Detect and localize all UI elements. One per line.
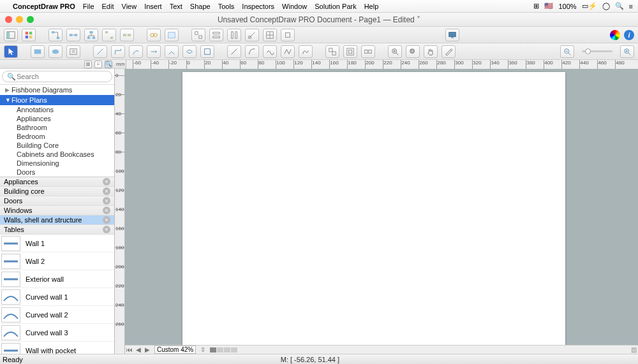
- flowchart-tool-2[interactable]: [66, 29, 80, 41]
- view-list-icon[interactable]: ≡: [94, 61, 102, 68]
- group-tool-1[interactable]: [325, 45, 339, 58]
- pointer-tool[interactable]: [4, 45, 18, 58]
- view-grid-icon[interactable]: ▦: [84, 61, 92, 68]
- polyline-tool[interactable]: [281, 45, 295, 58]
- presentation-button[interactable]: [445, 29, 459, 41]
- flowchart-tool-5[interactable]: [120, 29, 134, 41]
- category-doors[interactable]: Doors×: [0, 196, 114, 206]
- category-building-core[interactable]: Building core×: [0, 187, 114, 196]
- menu-inspectors[interactable]: Inspectors: [242, 3, 274, 10]
- sidebar-item-fishbone[interactable]: ▶Fishbone Diagrams: [0, 85, 114, 95]
- align-tool-5[interactable]: [263, 29, 277, 41]
- resize-grip-icon[interactable]: ▨: [631, 346, 638, 353]
- menu-window[interactable]: Window: [282, 3, 307, 10]
- shape-curved-wall-2[interactable]: Curved wall 2: [0, 306, 114, 324]
- group-tool-2[interactable]: [343, 45, 357, 58]
- zoom-stepper-icon[interactable]: ⇳: [198, 346, 207, 353]
- align-tool-3[interactable]: [227, 29, 241, 41]
- page-prev-button[interactable]: ◀: [134, 346, 143, 353]
- ellipse-tool[interactable]: [48, 45, 63, 58]
- shape-wall-2[interactable]: Wall 2: [0, 252, 114, 270]
- edit-tool[interactable]: [441, 45, 456, 58]
- group-tool-3[interactable]: [361, 45, 375, 58]
- sidebar-item-floor-plans[interactable]: ▼Floor Plans: [0, 95, 114, 105]
- zoom-fit-tool[interactable]: [406, 45, 420, 58]
- zoom-slider[interactable]: [578, 50, 616, 52]
- menu-file[interactable]: File: [83, 3, 94, 10]
- close-icon[interactable]: ×: [103, 197, 110, 205]
- shape-exterior-wall[interactable]: Exterior wall: [0, 270, 114, 288]
- minimize-window-button[interactable]: [16, 16, 23, 23]
- arc-tool[interactable]: [245, 45, 259, 58]
- menu-view[interactable]: View: [122, 3, 137, 10]
- panel-toggle-button[interactable]: [4, 29, 18, 41]
- category-tables[interactable]: Tables×: [0, 225, 114, 235]
- zoom-out-button[interactable]: [560, 45, 574, 58]
- view-zoom-icon[interactable]: 🔍: [105, 61, 112, 68]
- chain-tool[interactable]: [147, 29, 161, 41]
- sidebar-item-doors[interactable]: Doors: [0, 168, 114, 177]
- flowchart-tool-3[interactable]: [84, 29, 98, 41]
- category-appliances[interactable]: Appliances×: [0, 177, 114, 187]
- connector-tool-7[interactable]: [200, 45, 214, 58]
- align-tool-2[interactable]: [209, 29, 223, 41]
- horizontal-ruler[interactable]: -60-40-200204060801001201401601802002202…: [126, 60, 638, 69]
- info-button[interactable]: i: [624, 30, 634, 40]
- sidebar-item-annotations[interactable]: Annotations: [0, 105, 114, 114]
- hand-tool[interactable]: [424, 45, 438, 58]
- map-tool[interactable]: [165, 29, 179, 41]
- connector-tool-1[interactable]: [93, 45, 107, 58]
- page[interactable]: [182, 72, 565, 346]
- page-first-button[interactable]: ⏮: [125, 346, 134, 353]
- shape-wall-with-pocket[interactable]: Wall with pocket: [0, 342, 114, 354]
- zoom-window-button[interactable]: [27, 16, 34, 23]
- menu-help[interactable]: Help: [364, 3, 379, 10]
- close-icon[interactable]: ×: [103, 187, 110, 195]
- connector-tool-3[interactable]: [129, 45, 143, 58]
- connector-tool-5[interactable]: [165, 45, 179, 58]
- sidebar-item-bedroom[interactable]: Bedroom: [0, 132, 114, 141]
- zoom-display[interactable]: Custom 42%: [154, 346, 196, 354]
- close-icon[interactable]: ×: [103, 226, 110, 233]
- align-tool-4[interactable]: [245, 29, 259, 41]
- close-window-button[interactable]: [5, 16, 12, 23]
- menu-text[interactable]: Text: [170, 3, 182, 10]
- flowchart-tool-4[interactable]: [102, 29, 116, 41]
- sidebar-item-dimensioning[interactable]: Dimensioning: [0, 159, 114, 168]
- menu-solution-park[interactable]: Solution Park: [315, 3, 356, 10]
- shape-curved-wall-1[interactable]: Curved wall 1: [0, 288, 114, 306]
- menu-shape[interactable]: Shape: [190, 3, 211, 10]
- rect-tool[interactable]: [31, 45, 45, 58]
- flowchart-tool-1[interactable]: [48, 29, 63, 41]
- page-next-button[interactable]: ▶: [143, 346, 152, 353]
- sidebar-item-bathroom[interactable]: Bathroom: [0, 123, 114, 132]
- sidebar-item-appliances[interactable]: Appliances: [0, 114, 114, 123]
- sys-circle-icon[interactable]: ◯: [602, 2, 610, 10]
- canvas[interactable]: ⏮ ◀ ▶ Custom 42% ⇳ ▨: [125, 69, 638, 354]
- curve-tool[interactable]: [263, 45, 277, 58]
- menu-insert[interactable]: Insert: [144, 3, 162, 10]
- sidebar-item-cabinets[interactable]: Cabinets and Bookcases: [0, 150, 114, 159]
- close-icon[interactable]: ×: [103, 216, 110, 224]
- shape-wall-1[interactable]: Wall 1: [0, 235, 114, 252]
- flag-icon[interactable]: 🇺🇸: [544, 2, 553, 10]
- notification-icon[interactable]: ≡: [629, 3, 633, 10]
- zoom-in-tool[interactable]: [388, 45, 402, 58]
- close-icon[interactable]: ×: [103, 178, 110, 186]
- menu-tools[interactable]: Tools: [218, 3, 235, 10]
- connector-tool-2[interactable]: [111, 45, 125, 58]
- sidebar-item-building-core[interactable]: Building Core: [0, 141, 114, 150]
- close-icon[interactable]: ×: [103, 207, 110, 214]
- search-input[interactable]: [2, 71, 112, 82]
- vertical-ruler[interactable]: 020406080100120140160180200220240260: [115, 69, 125, 354]
- color-wheel-button[interactable]: [610, 30, 620, 40]
- connector-tool-6[interactable]: [182, 45, 197, 58]
- freehand-tool[interactable]: [299, 45, 313, 58]
- connector-tool-4[interactable]: [147, 45, 161, 58]
- line-tool[interactable]: [227, 45, 241, 58]
- menu-edit[interactable]: Edit: [102, 3, 114, 10]
- align-tool-6[interactable]: [281, 29, 295, 41]
- zoom-in-button[interactable]: [620, 45, 634, 58]
- color-squares-button[interactable]: [22, 29, 36, 41]
- category-walls-shell-and-structure[interactable]: Walls, shell and structure×: [0, 215, 114, 225]
